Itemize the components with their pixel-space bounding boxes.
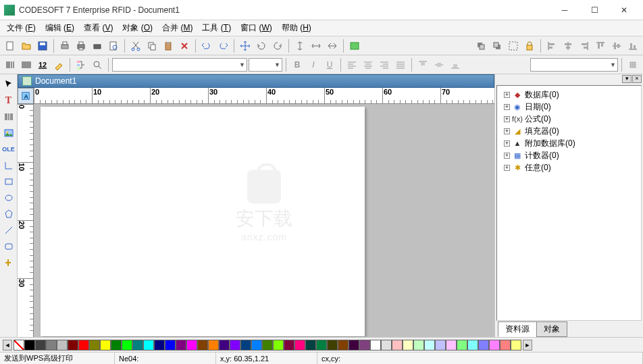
barcode-tool[interactable]	[1, 109, 16, 124]
flip-v-button[interactable]	[292, 38, 307, 53]
color-swatch[interactable]	[186, 340, 197, 350]
datasource-item-formula[interactable]: +f(x)公式(0)	[500, 113, 638, 125]
color-swatch[interactable]	[511, 340, 521, 350]
color-swatch[interactable]	[251, 340, 262, 350]
valign-bottom-button[interactable]	[448, 57, 463, 72]
panel-close-button[interactable]: ×	[632, 75, 642, 83]
menu-e[interactable]: 编辑 (E)	[41, 21, 78, 35]
italic-button[interactable]: I	[306, 57, 321, 72]
pointer-tool[interactable]	[1, 77, 16, 92]
datasource-tree[interactable]: +◆数据库(0)+◉日期(0)+f(x)公式(0)+◢填充器(0)+▲附加数据库…	[496, 85, 642, 321]
no-color-swatch[interactable]	[14, 340, 24, 350]
underline-button[interactable]: U	[322, 57, 337, 72]
group-button[interactable]	[506, 38, 521, 53]
ole-tool[interactable]: OLE	[1, 142, 16, 157]
color-swatch[interactable]	[457, 340, 467, 350]
flip-h-button[interactable]	[309, 38, 324, 53]
ruler-origin[interactable]: A	[18, 88, 34, 104]
datasource-item-any[interactable]: +✱任意(0)	[500, 161, 638, 174]
align-left-button[interactable]	[344, 57, 359, 72]
color-swatch[interactable]	[35, 340, 46, 350]
expand-icon[interactable]: +	[504, 140, 510, 147]
new-button[interactable]	[3, 38, 18, 53]
color-swatch[interactable]	[240, 340, 251, 350]
color-swatch[interactable]	[500, 340, 511, 350]
color-swatch[interactable]	[424, 340, 435, 350]
design-canvas[interactable]: 安下载 anxz.com	[34, 104, 494, 337]
color-swatch[interactable]	[489, 340, 500, 350]
color-swatch[interactable]	[413, 340, 424, 350]
datasource-item-date[interactable]: +◉日期(0)	[500, 101, 638, 113]
wizard-button[interactable]	[347, 38, 362, 53]
color-swatch[interactable]	[208, 340, 219, 350]
align-right-button[interactable]	[377, 57, 392, 72]
bold-button[interactable]: B	[290, 57, 305, 72]
grid-settings-button[interactable]	[625, 57, 640, 72]
tab-objects[interactable]: 对象	[536, 321, 567, 337]
menu-w[interactable]: 窗口 (W)	[236, 21, 276, 35]
rotate-right-button[interactable]	[270, 38, 285, 53]
expand-icon[interactable]: +	[504, 116, 510, 122]
menu-m[interactable]: 合并 (M)	[158, 21, 197, 35]
tree-view-button[interactable]	[74, 57, 88, 72]
color-swatch[interactable]	[359, 340, 370, 350]
color-swatch[interactable]	[349, 340, 359, 350]
palette-prev-button[interactable]: ◄	[3, 340, 12, 350]
expand-icon[interactable]: +	[504, 153, 510, 159]
printer-button[interactable]	[74, 38, 88, 53]
color-swatch[interactable]	[143, 340, 154, 350]
print-preview-button[interactable]	[106, 38, 121, 53]
menu-t[interactable]: 工具 (T)	[198, 21, 235, 35]
color-swatch[interactable]	[392, 340, 403, 350]
open-button[interactable]	[19, 38, 34, 53]
bring-front-button[interactable]	[473, 38, 488, 53]
move-button[interactable]	[238, 38, 253, 53]
color-swatch[interactable]	[46, 340, 57, 350]
datasource-item-db[interactable]: +◆数据库(0)	[500, 88, 638, 101]
polygon-tool[interactable]	[1, 207, 16, 222]
color-swatch[interactable]	[284, 340, 294, 350]
color-button[interactable]	[51, 57, 66, 72]
color-swatch[interactable]	[273, 340, 284, 350]
label-page[interactable]	[41, 107, 365, 336]
lock-button[interactable]	[522, 38, 537, 53]
color-swatch[interactable]	[111, 340, 122, 350]
align-right-edge-button[interactable]	[577, 38, 592, 53]
datasource-item-counter[interactable]: +▦计数器(0)	[500, 149, 638, 161]
line-hv-tool[interactable]	[1, 158, 16, 173]
barcode-1-button[interactable]	[3, 57, 18, 72]
color-swatch[interactable]	[467, 340, 478, 350]
send-back-button[interactable]	[490, 38, 505, 53]
color-swatch[interactable]	[435, 340, 446, 350]
align-top-edge-button[interactable]	[593, 38, 608, 53]
copy-button[interactable]	[145, 38, 159, 53]
print-button[interactable]	[90, 38, 105, 53]
color-swatch[interactable]	[305, 340, 316, 350]
undo-button[interactable]	[199, 38, 214, 53]
color-swatch[interactable]	[132, 340, 143, 350]
document-titlebar[interactable]: Document1	[18, 74, 494, 88]
color-swatch[interactable]	[478, 340, 489, 350]
color-swatch[interactable]	[197, 340, 208, 350]
datasource-item-extdb[interactable]: +▲附加数据库(0)	[500, 137, 638, 149]
zoom-preset-dropdown[interactable]: ▼	[530, 58, 618, 72]
color-swatch[interactable]	[122, 340, 132, 350]
text-format-button[interactable]: 12	[35, 57, 50, 72]
datasource-item-fill[interactable]: +◢填充器(0)	[500, 125, 638, 137]
color-swatch[interactable]	[154, 340, 165, 350]
rectangle-tool[interactable]	[1, 174, 16, 189]
paste-button[interactable]	[161, 38, 176, 53]
ruler-vertical[interactable]: 0102030	[18, 104, 34, 337]
align-center-button[interactable]	[361, 57, 376, 72]
color-swatch[interactable]	[176, 340, 186, 350]
expand-icon[interactable]: +	[504, 104, 510, 110]
color-swatch[interactable]	[165, 340, 176, 350]
align-justify-button[interactable]	[393, 57, 408, 72]
menu-f[interactable]: 文件 (F)	[3, 21, 40, 35]
menu-v[interactable]: 查看 (V)	[80, 21, 117, 35]
image-tool[interactable]	[1, 126, 16, 140]
save-button[interactable]	[35, 38, 50, 53]
expand-icon[interactable]: +	[504, 92, 510, 98]
color-swatch[interactable]	[219, 340, 230, 350]
tab-datasource[interactable]: 资料源	[498, 321, 537, 337]
